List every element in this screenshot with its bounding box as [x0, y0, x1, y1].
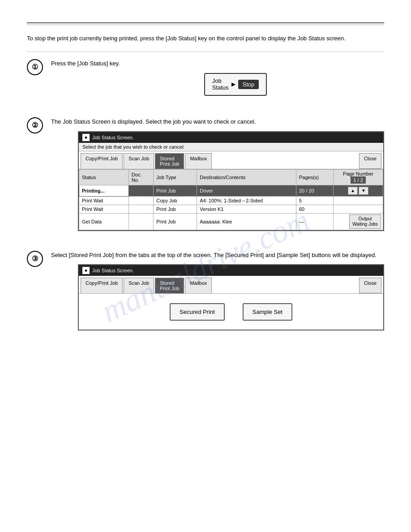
tab-mailbox[interactable]: Mailbox	[185, 153, 212, 169]
step-1-content: Press the [Job Status] key. JobStatus ▶ …	[51, 59, 384, 105]
row3-status: Print Wait	[79, 205, 129, 213]
row2-type: Copy Job	[154, 196, 197, 205]
top-divider	[27, 22, 384, 23]
screen-2-tabs: Copy/Print Job Scan Job StoredPrint Job …	[79, 151, 383, 169]
step-3-text: Select [Stored Print Job] from the tabs …	[51, 251, 384, 260]
sub-divider	[27, 25, 384, 25]
row3-pages: 60	[296, 205, 333, 213]
stored-print-content: Secured Print Sample Set	[79, 294, 383, 330]
output-waiting-button[interactable]: OutputWaiting Jobs	[349, 215, 381, 229]
step-2-row: ② The Job Status Screen is displayed. Se…	[27, 117, 384, 238]
row2-status: Print Wait	[79, 196, 129, 205]
row3-dest: Version K1	[197, 205, 296, 213]
row3-pagenum	[334, 205, 383, 213]
screen-2-header-text: Job Status Screen.	[92, 135, 134, 140]
row2-doc	[128, 196, 153, 205]
table-header-row: Status Doc. No. Job Type Destination/Con…	[79, 169, 383, 185]
col-dest: Destination/Contents	[197, 169, 296, 185]
job-status-button[interactable]: JobStatus ▶ Stop	[204, 73, 267, 96]
col-doc: Doc. No.	[128, 169, 153, 185]
row4-doc	[128, 213, 153, 230]
step-3-content: Select [Stored Print Job] from the tabs …	[51, 251, 384, 338]
table-row[interactable]: Printing... Print Job Driver 20 / 20 ▲ ▼	[79, 185, 383, 196]
screen-2-panel: ■ Job Status Screen. Select the job that…	[78, 131, 384, 231]
step-1-row: ① Press the [Job Status] key. JobStatus …	[27, 59, 384, 105]
row4-status: Get Data	[79, 213, 129, 230]
tab3-stored-print[interactable]: StoredPrint Job	[155, 278, 184, 293]
tab-copy-print[interactable]: Copy/Print Job	[81, 153, 123, 169]
step-3-number: ③	[27, 251, 43, 267]
intro-text: To stop the print job currently being pr…	[27, 34, 384, 43]
tab-stored-print[interactable]: StoredPrint Job	[155, 153, 184, 169]
col-type: Job Type	[154, 169, 197, 185]
col-status: Status	[79, 169, 129, 185]
screen-3-header: ■ Job Status Screen.	[79, 265, 383, 276]
table-row[interactable]: Get Data Print Job Aaaaaaa: Klee — Outpu…	[79, 213, 383, 230]
screen-2-subheader: Select the job that you wish to check or…	[79, 143, 383, 151]
secured-print-button[interactable]: Secured Print	[170, 303, 225, 321]
screen-3-close-button[interactable]: Close	[359, 278, 381, 293]
row4-output: OutputWaiting Jobs	[334, 213, 383, 230]
step-2-content: The Job Status Screen is displayed. Sele…	[51, 117, 384, 238]
step-1-number: ①	[27, 59, 43, 75]
step-3-row: ③ Select [Stored Print Job] from the tab…	[27, 251, 384, 338]
row2-pages: 5	[296, 196, 333, 205]
stop-label: Stop	[238, 80, 259, 89]
row2-dest: A4: 100%: 1-Sided→2-Sided	[197, 196, 296, 205]
screen-3-tabs: Copy/Print Job Scan Job StoredPrint Job …	[79, 276, 383, 294]
row4-type: Print Job	[154, 213, 197, 230]
tab3-copy-print[interactable]: Copy/Print Job	[81, 278, 123, 293]
arrow-right-icon: ▶	[231, 81, 235, 87]
screen-icon: ■	[82, 134, 90, 141]
table-row[interactable]: Print Wait Copy Job A4: 100%: 1-Sided→2-…	[79, 196, 383, 205]
row3-doc	[128, 205, 153, 213]
step-divider	[27, 51, 384, 52]
row1-pages: 20 / 20	[296, 185, 333, 196]
step-2-text: The Job Status Screen is displayed. Sele…	[51, 117, 384, 127]
row4-dest: Aaaaaaa: Klee	[197, 213, 296, 230]
row1-pagenum: ▲ ▼	[334, 185, 383, 196]
step-2-number: ②	[27, 117, 43, 133]
screen-2-close-button[interactable]: Close	[359, 153, 381, 169]
screen-3-panel: ■ Job Status Screen. Copy/Print Job Scan…	[78, 264, 384, 330]
page-number-display: 1 / 2	[351, 176, 365, 184]
screen-3-header-text: Job Status Screen.	[92, 268, 134, 273]
row3-type: Print Job	[154, 205, 197, 213]
job-table: Status Doc. No. Job Type Destination/Con…	[79, 169, 383, 230]
step-1-text: Press the [Job Status] key.	[51, 59, 384, 69]
nav-down-button[interactable]: ▼	[359, 187, 368, 195]
tab3-mailbox[interactable]: Mailbox	[185, 278, 212, 293]
table-row[interactable]: Print Wait Print Job Version K1 60	[79, 205, 383, 213]
row1-type: Print Job	[154, 185, 197, 196]
row1-dest: Driver	[197, 185, 296, 196]
row1-status: Printing...	[79, 185, 129, 196]
nav-up-button[interactable]: ▲	[348, 187, 358, 195]
screen-3-icon: ■	[82, 267, 90, 274]
job-status-button-wrapper: JobStatus ▶ Stop	[87, 73, 384, 96]
sample-set-button[interactable]: Sample Set	[243, 303, 292, 321]
row1-doc	[128, 185, 153, 196]
col-pages: Pages(s)	[296, 169, 333, 185]
row2-pagenum	[334, 196, 383, 205]
row4-pages: —	[296, 213, 333, 230]
screen-2-header: ■ Job Status Screen.	[79, 132, 383, 143]
tab-scan[interactable]: Scan Job	[124, 153, 154, 169]
job-status-label: JobStatus	[212, 77, 229, 91]
tab3-scan[interactable]: Scan Job	[124, 278, 154, 293]
col-pagenum: Page Number 1 / 2	[334, 169, 383, 185]
